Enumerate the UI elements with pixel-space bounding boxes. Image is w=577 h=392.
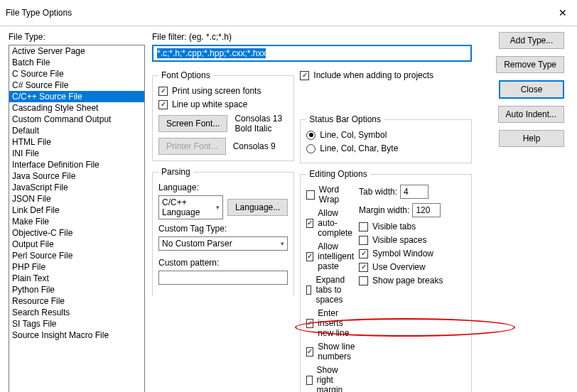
add-type-button[interactable]: Add Type... — [499, 32, 564, 49]
list-item[interactable]: Plain Text — [9, 273, 144, 284]
status-opt2-label[interactable]: Line, Col, Char, Byte — [320, 143, 398, 153]
editing-group: Editing Options Word WrapAllow auto-comp… — [300, 169, 472, 392]
language-label: Language: — [158, 183, 288, 192]
list-item[interactable]: INI File — [9, 148, 144, 159]
list-item[interactable]: Active Server Page — [9, 45, 144, 57]
remove-type-button[interactable]: Remove Type — [496, 56, 564, 73]
edit-right-0-label[interactable]: Visible tabs — [372, 222, 416, 232]
edit-left-6-checkbox[interactable] — [306, 376, 312, 385]
list-item[interactable]: Source Insight Macro File — [9, 330, 144, 341]
screen-font-button[interactable]: Screen Font... — [158, 115, 227, 132]
edit-right-0-checkbox[interactable] — [359, 222, 368, 232]
file-type-listbox[interactable]: Active Server PageBatch FileC Source Fil… — [9, 45, 145, 392]
list-item[interactable]: C Source File — [9, 68, 144, 80]
pattern-label: Custom pattern: — [158, 258, 288, 268]
edit-left-1-label[interactable]: Allow auto-complete — [318, 208, 356, 238]
status-opt2-radio[interactable] — [306, 144, 316, 153]
parsing-group: Parsing Language: C/C++ Language▾ Langua… — [152, 167, 294, 296]
include-projects-label[interactable]: Include when adding to projects — [313, 70, 433, 80]
list-item[interactable]: Make File — [9, 216, 144, 227]
statusbar-group: Status Bar Options Line, Col, Symbol Lin… — [300, 114, 472, 163]
edit-right-4-checkbox[interactable] — [359, 276, 368, 285]
list-item[interactable]: Python File — [9, 284, 144, 295]
edit-left-3-checkbox[interactable] — [306, 285, 311, 295]
edit-right-2-checkbox[interactable] — [359, 249, 368, 258]
edit-left-2-label[interactable]: Allow intelligent paste — [318, 241, 356, 271]
list-item[interactable]: Link Def File — [9, 205, 144, 216]
edit-left-4-label[interactable]: Enter inserts new line — [318, 308, 356, 338]
list-item[interactable]: Custom Command Output — [9, 114, 144, 125]
edit-left-2-checkbox[interactable] — [306, 252, 313, 261]
pattern-input[interactable] — [158, 271, 288, 285]
list-item[interactable]: Default — [9, 125, 144, 136]
margin-width-input[interactable] — [412, 203, 441, 217]
list-item[interactable]: Interface Definition File — [9, 159, 144, 170]
tab-width-label: Tab width: — [359, 187, 397, 197]
include-projects-checkbox[interactable] — [300, 71, 309, 80]
list-item[interactable]: SI Tags File — [9, 318, 144, 330]
edit-left-4-checkbox[interactable] — [306, 319, 313, 328]
list-item[interactable]: Java Source File — [9, 170, 144, 182]
line-up-whitespace-checkbox[interactable] — [158, 100, 168, 109]
status-opt1-radio[interactable] — [306, 131, 316, 140]
font-options-legend: Font Options — [158, 70, 213, 80]
tab-width-input[interactable] — [400, 185, 428, 199]
edit-left-0-label[interactable]: Word Wrap — [319, 185, 356, 205]
edit-right-4-label[interactable]: Show page breaks — [372, 276, 443, 285]
margin-width-label: Margin width: — [359, 205, 409, 215]
edit-left-5-checkbox[interactable] — [306, 347, 313, 356]
screen-font-desc1: Consolas 13 — [234, 114, 282, 124]
file-filter-label: File filter: (eg. *.c;*.h) — [152, 32, 472, 42]
editing-legend: Editing Options — [306, 169, 370, 179]
file-type-label: File Type: — [9, 32, 145, 42]
edit-left-5-label[interactable]: Show line numbers — [318, 342, 356, 361]
edit-right-3-label[interactable]: Use Overview — [372, 262, 426, 272]
window-close-button[interactable]: ✕ — [549, 4, 577, 21]
screen-font-desc2: Bold Italic — [234, 124, 282, 134]
list-item[interactable]: JavaScript File — [9, 182, 144, 193]
list-item[interactable]: PHP File — [9, 261, 144, 273]
list-item[interactable]: Objective-C File — [9, 227, 144, 239]
edit-left-1-checkbox[interactable] — [306, 219, 313, 228]
list-item[interactable]: Cascading Style Sheet — [9, 102, 144, 114]
statusbar-legend: Status Bar Options — [306, 114, 384, 124]
list-item[interactable]: HTML File — [9, 136, 144, 148]
list-item[interactable]: C# Source File — [9, 80, 144, 91]
list-item[interactable]: Batch File — [9, 57, 144, 68]
printer-font-button: Printer Font... — [158, 138, 226, 155]
window-title: File Type Options — [6, 8, 72, 18]
list-item[interactable]: Search Results — [9, 307, 144, 318]
tagtype-label: Custom Tag Type: — [158, 224, 288, 234]
edit-left-6-label[interactable]: Show right margin — [317, 365, 356, 392]
close-button[interactable]: Close — [499, 80, 564, 99]
list-item[interactable]: C/C++ Source File — [9, 91, 144, 102]
edit-right-1-label[interactable]: Visible spaces — [372, 235, 427, 245]
edit-left-3-label[interactable]: Expand tabs to spaces — [316, 275, 356, 305]
parsing-legend: Parsing — [158, 167, 193, 177]
file-filter-input[interactable]: *.c;*.h;*.cpp;*.hpp;*.cxx;*.hxx — [152, 45, 472, 62]
auto-indent-button[interactable]: Auto Indent... — [498, 106, 564, 123]
tagtype-select[interactable]: No Custom Parser▾ — [158, 236, 288, 251]
edit-right-2-label[interactable]: Symbol Window — [372, 249, 433, 258]
list-item[interactable]: Output File — [9, 239, 144, 250]
line-up-whitespace-label[interactable]: Line up white space — [172, 99, 247, 109]
chevron-down-icon: ▾ — [281, 240, 284, 247]
list-item[interactable]: JSON File — [9, 193, 144, 205]
font-options-group: Font Options Print using screen fonts Li… — [152, 70, 294, 161]
list-item[interactable]: Perl Source File — [9, 250, 144, 261]
printer-font-desc: Consolas 9 — [233, 141, 276, 151]
edit-right-1-checkbox[interactable] — [359, 236, 368, 245]
edit-right-3-checkbox[interactable] — [359, 263, 368, 272]
chevron-down-icon: ▾ — [216, 204, 220, 211]
language-button[interactable]: Language... — [227, 199, 288, 216]
print-screen-fonts-label[interactable]: Print using screen fonts — [172, 86, 261, 96]
list-item[interactable]: Resource File — [9, 295, 144, 307]
status-opt1-label[interactable]: Line, Col, Symbol — [320, 130, 387, 140]
language-select[interactable]: C/C++ Language▾ — [158, 195, 223, 219]
print-screen-fonts-checkbox[interactable] — [158, 87, 168, 96]
edit-left-0-checkbox[interactable] — [306, 190, 315, 200]
help-button[interactable]: Help — [499, 130, 564, 147]
